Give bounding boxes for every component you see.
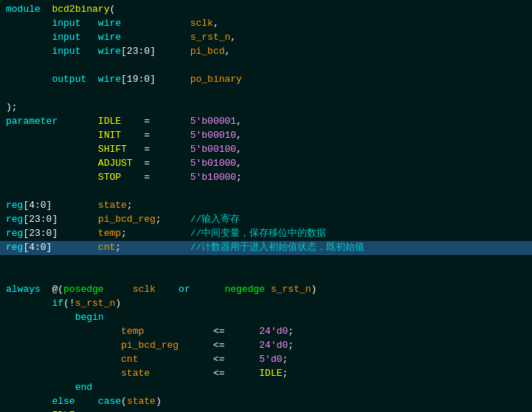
code-content: module bcd2binary( input wire sclk, inpu…	[0, 3, 532, 412]
code-line-10: INIT = 5'b00010,	[0, 129, 532, 143]
code-editor: module bcd2binary( input wire sclk, inpu…	[0, 0, 532, 412]
code-line-1: module bcd2binary(	[0, 3, 532, 17]
code-line-13: STOP = 5'b10000;	[0, 171, 532, 185]
code-line-22: if(!s_rst_n)	[0, 297, 532, 311]
code-line-26: cnt <= 5'd0;	[0, 353, 532, 367]
code-line-11: SHIFT = 5'b00100,	[0, 143, 532, 157]
code-line-2: input wire sclk,	[0, 17, 532, 31]
keyword-module: module	[6, 3, 41, 17]
code-line-29: else case(state)	[0, 395, 532, 409]
code-line-24: temp <= 24'd0;	[0, 325, 532, 339]
code-line-15: reg[4:0] state;	[0, 199, 532, 213]
code-line-9: parameter IDLE = 5'b00001,	[0, 115, 532, 129]
code-line-12: ADJUST = 5'b01000,	[0, 157, 532, 171]
code-line-4: input wire[23:0] pi_bcd,	[0, 45, 532, 59]
code-line-8: );	[0, 101, 532, 115]
code-line-23: begin	[0, 311, 532, 325]
code-line-20	[0, 269, 532, 283]
code-line-7	[0, 87, 532, 101]
code-line-30: IDLE:	[0, 409, 532, 412]
code-line-14	[0, 185, 532, 199]
code-line-17: reg[23:0] temp; //中间变量，保存移位中的数据	[0, 227, 532, 241]
code-line-3: input wire s_rst_n,	[0, 31, 532, 45]
code-line-28: end	[0, 381, 532, 395]
code-line-25: pi_bcd_reg <= 24'd0;	[0, 339, 532, 353]
code-line-18: reg[4:0] cnt; //计数器用于进入初始值状态，既初始值	[0, 241, 532, 255]
code-line-21: always @(posedge sclk or negedge s_rst_n…	[0, 283, 532, 297]
code-line-27: state <= IDLE;	[0, 367, 532, 381]
code-line-19	[0, 255, 532, 269]
code-line-6: output wire[19:0] po_binary	[0, 73, 532, 87]
code-line-16: reg[23:0] pi_bcd_reg; //输入寄存	[0, 213, 532, 227]
code-line-5	[0, 59, 532, 73]
